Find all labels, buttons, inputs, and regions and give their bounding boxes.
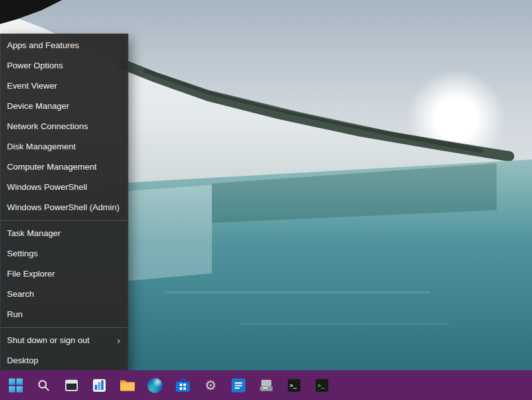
command-prompt-icon: >_	[315, 378, 329, 392]
settings-button[interactable]: ⚙	[198, 372, 223, 399]
menu-item-event-viewer[interactable]: Event Viewer	[1, 76, 128, 96]
menu-item-label: Task Manager	[7, 223, 61, 244]
menu-item-label: Settings	[7, 244, 38, 264]
menu-section-tools: Apps and Features Power Options Event Vi…	[1, 35, 128, 218]
store-icon	[176, 378, 190, 392]
menu-item-label: Search	[7, 284, 34, 304]
edge-browser-button[interactable]	[142, 372, 168, 399]
menu-item-label: Apps and Features	[7, 35, 79, 56]
menu-item-label: Disk Management	[7, 137, 76, 157]
menu-section-shell: Task Manager Settings File Explorer Sear…	[1, 223, 128, 325]
menu-item-label: Desktop	[7, 351, 39, 371]
search-icon	[37, 379, 50, 392]
menu-item-disk-management[interactable]: Disk Management	[1, 137, 128, 157]
blue-panel-app-icon	[232, 378, 245, 392]
blue-panel-app-button[interactable]	[226, 372, 251, 399]
menu-separator	[1, 220, 127, 221]
water-streak	[164, 291, 430, 294]
sun	[433, 96, 479, 142]
app-window-icon	[65, 378, 78, 392]
menu-item-label: Shut down or sign out	[7, 330, 90, 351]
menu-item-label: Network Connections	[7, 116, 88, 137]
menu-item-shut-down-or-sign-out[interactable]: Shut down or sign out ›	[1, 330, 128, 351]
menu-item-label: Run	[7, 304, 23, 325]
menu-item-label: Windows PowerShell	[7, 177, 87, 197]
menu-separator	[1, 327, 127, 328]
device-app-button[interactable]	[254, 372, 279, 399]
taskbar: ⚙ >_ >_	[0, 370, 532, 400]
terminal-button[interactable]: >_	[281, 372, 307, 399]
menu-item-apps-and-features[interactable]: Apps and Features	[1, 35, 128, 56]
menu-item-computer-management[interactable]: Computer Management	[1, 157, 128, 177]
menu-item-run[interactable]: Run	[1, 304, 128, 325]
file-explorer-button[interactable]	[114, 372, 140, 399]
command-prompt-button[interactable]: >_	[309, 372, 335, 399]
menu-item-label: Event Viewer	[7, 76, 57, 96]
water-streak	[240, 323, 449, 325]
usage-chart-app-button[interactable]	[87, 372, 112, 399]
menu-item-label: Power Options	[7, 56, 63, 76]
menu-section-session: Shut down or sign out › Desktop	[1, 330, 128, 371]
winx-menu: Apps and Features Power Options Event Vi…	[0, 34, 128, 373]
start-button[interactable]	[3, 372, 28, 399]
menu-item-search[interactable]: Search	[1, 284, 128, 304]
file-explorer-icon	[120, 378, 135, 392]
menu-item-file-explorer[interactable]: File Explorer	[1, 264, 128, 284]
desktop: Apps and Features Power Options Event Vi…	[0, 0, 532, 400]
menu-item-settings[interactable]: Settings	[1, 244, 128, 264]
menu-item-windows-powershell-admin[interactable]: Windows PowerShell (Admin)	[1, 197, 128, 218]
menu-item-label: Device Manager	[7, 96, 69, 116]
usage-chart-icon	[92, 378, 106, 392]
edge-icon	[147, 378, 163, 393]
terminal-icon: >_	[287, 378, 301, 392]
menu-item-task-manager[interactable]: Task Manager	[1, 223, 128, 244]
app-window-button[interactable]	[59, 372, 84, 399]
menu-item-desktop[interactable]: Desktop	[1, 351, 128, 371]
cliff-reflection	[127, 185, 212, 281]
windows-logo-icon	[9, 378, 23, 392]
menu-item-label: File Explorer	[7, 264, 55, 284]
submenu-chevron-icon: ›	[117, 330, 120, 351]
menu-item-power-options[interactable]: Power Options	[1, 56, 128, 76]
menu-item-windows-powershell[interactable]: Windows PowerShell	[1, 177, 128, 197]
microsoft-store-button[interactable]	[170, 372, 195, 399]
menu-item-network-connections[interactable]: Network Connections	[1, 116, 128, 137]
menu-item-label: Windows PowerShell (Admin)	[7, 197, 120, 218]
search-button[interactable]	[31, 372, 56, 399]
menu-item-device-manager[interactable]: Device Manager	[1, 96, 128, 116]
gear-icon: ⚙	[205, 378, 217, 392]
device-app-icon	[259, 378, 273, 392]
menu-item-label: Computer Management	[7, 157, 97, 177]
